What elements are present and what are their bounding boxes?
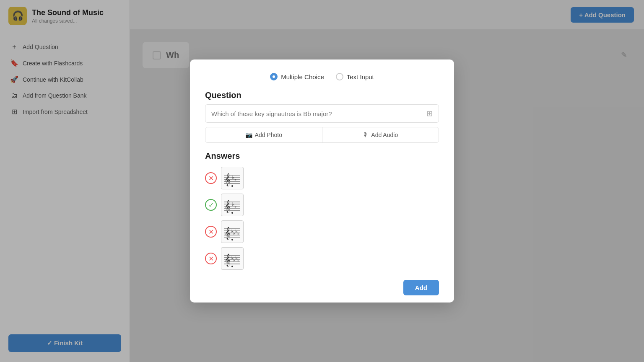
answers-section-title: Answers	[205, 151, 439, 161]
answer-image-2[interactable]: 𝄞 ♭ ♭	[221, 194, 244, 216]
question-input-wrapper: ⊞	[205, 104, 439, 123]
modal-overlay: Multiple Choice Text Input Question ⊞ 📷 …	[0, 0, 644, 362]
multiple-choice-radio[interactable]	[270, 73, 278, 80]
svg-text:♭: ♭	[232, 202, 234, 207]
answer-image-4[interactable]: 𝄞 ♭ ♭ ♭ ♭	[221, 247, 244, 270]
answer-item-4: ✕ 𝄞 ♭ ♭ ♭ ♭	[205, 247, 439, 270]
question-input[interactable]	[211, 110, 426, 117]
svg-text:𝄞: 𝄞	[224, 253, 231, 267]
modal-footer: Add	[205, 280, 439, 295]
svg-point-39	[231, 266, 233, 267]
svg-point-28	[231, 239, 233, 240]
answer-status-1[interactable]: ✕	[205, 172, 217, 184]
camera-icon: 📷	[245, 132, 252, 138]
answer-status-3[interactable]: ✕	[205, 226, 217, 238]
question-type-radio-group: Multiple Choice Text Input	[205, 73, 439, 80]
text-input-label: Text Input	[347, 73, 374, 80]
microphone-icon: 🎙	[363, 132, 369, 138]
answer-item-2: ✓ 𝄞 ♭ ♭	[205, 194, 439, 216]
music-notation-1: 𝄞 ♭ ♭	[223, 168, 242, 188]
media-buttons: 📷 Add Photo 🎙 Add Audio	[205, 127, 439, 143]
music-notation-2: 𝄞 ♭ ♭	[223, 195, 242, 215]
add-audio-button[interactable]: 🎙 Add Audio	[322, 127, 439, 142]
svg-text:♭: ♭	[234, 177, 236, 182]
svg-text:♭: ♭	[237, 231, 239, 235]
question-modal: Multiple Choice Text Input Question ⊞ 📷 …	[190, 59, 454, 303]
add-audio-label: Add Audio	[371, 132, 398, 138]
svg-text:𝄞: 𝄞	[224, 200, 231, 213]
answer-status-4[interactable]: ✕	[205, 253, 217, 264]
add-button[interactable]: Add	[403, 280, 439, 295]
question-section-title: Question	[205, 90, 439, 100]
music-notation-4: 𝄞 ♭ ♭ ♭ ♭	[223, 249, 242, 268]
answer-status-2[interactable]: ✓	[205, 199, 217, 211]
add-photo-button[interactable]: 📷 Add Photo	[205, 127, 322, 142]
text-input-radio[interactable]	[336, 73, 343, 80]
answer-image-1[interactable]: 𝄞 ♭ ♭	[221, 167, 244, 189]
multiple-choice-option[interactable]: Multiple Choice	[270, 73, 324, 80]
svg-point-8	[231, 185, 233, 187]
text-input-option[interactable]: Text Input	[336, 73, 374, 80]
svg-text:𝄞: 𝄞	[224, 227, 231, 240]
add-photo-label: Add Photo	[255, 132, 282, 138]
svg-text:𝄞: 𝄞	[224, 173, 231, 186]
music-notation-3: 𝄞 ♭ ♭ ♭ ♭	[223, 222, 242, 241]
svg-point-17	[231, 212, 233, 214]
multiple-choice-label: Multiple Choice	[281, 73, 324, 80]
answer-item-3: ✕ 𝄞 ♭ ♭ ♭ ♭	[205, 220, 439, 243]
svg-text:♭: ♭	[232, 175, 234, 180]
grid-icon[interactable]: ⊞	[426, 109, 433, 118]
answer-image-3[interactable]: 𝄞 ♭ ♭ ♭ ♭	[221, 220, 244, 243]
answer-item-1: ✕ 𝄞 ♭ ♭	[205, 167, 439, 189]
svg-text:♭: ♭	[237, 258, 239, 262]
svg-text:♭: ♭	[234, 204, 236, 209]
